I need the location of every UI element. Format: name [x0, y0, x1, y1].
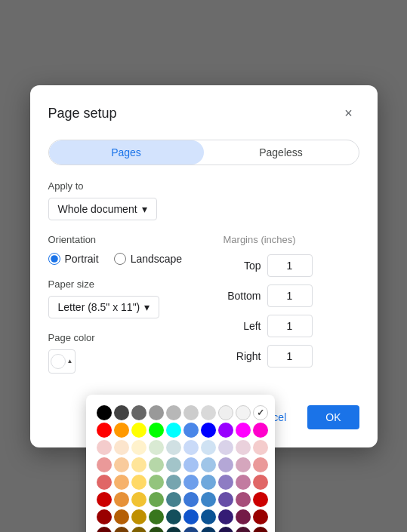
- color-dot[interactable]: [253, 457, 268, 472]
- color-dot[interactable]: [201, 509, 216, 524]
- color-dot[interactable]: [149, 423, 164, 438]
- color-dot[interactable]: [114, 527, 129, 533]
- color-dot[interactable]: [114, 440, 129, 455]
- color-dot[interactable]: [218, 440, 233, 455]
- apply-to-arrow: ▾: [142, 203, 147, 215]
- close-button[interactable]: ×: [338, 103, 359, 125]
- margin-top-input[interactable]: [267, 254, 313, 277]
- color-dot[interactable]: [149, 527, 164, 533]
- color-dot[interactable]: [131, 440, 146, 455]
- color-dot[interactable]: [183, 405, 199, 420]
- margins-title: Margins (inches): [224, 234, 359, 245]
- color-dot[interactable]: [201, 492, 216, 507]
- color-dot[interactable]: [183, 440, 199, 455]
- color-dot[interactable]: [97, 405, 112, 420]
- color-dot[interactable]: [114, 405, 129, 420]
- color-dot[interactable]: [131, 457, 146, 472]
- color-dot[interactable]: [97, 423, 112, 438]
- color-dot[interactable]: [166, 475, 181, 490]
- left-column: Orientation Portrait Landscape Paper siz…: [48, 234, 224, 375]
- color-dot[interactable]: [114, 492, 129, 507]
- color-dot[interactable]: [253, 423, 268, 438]
- color-dot[interactable]: [131, 475, 146, 490]
- paper-size-select[interactable]: Letter (8.5" x 11") ▾: [48, 296, 160, 318]
- color-dot[interactable]: [201, 527, 216, 533]
- landscape-radio[interactable]: [114, 253, 126, 265]
- color-dot[interactable]: [183, 527, 199, 533]
- color-dot[interactable]: [97, 440, 112, 455]
- apply-to-select[interactable]: Whole document ▾: [48, 198, 157, 220]
- color-dot[interactable]: [114, 423, 129, 438]
- color-dot[interactable]: [166, 527, 181, 533]
- orientation-portrait[interactable]: Portrait: [48, 253, 99, 265]
- color-dot[interactable]: [131, 509, 146, 524]
- color-dot[interactable]: [149, 475, 164, 490]
- color-dot[interactable]: [236, 492, 251, 507]
- color-dot[interactable]: [218, 509, 233, 524]
- margin-left-label: Left: [224, 320, 261, 332]
- color-dot[interactable]: [114, 475, 129, 490]
- color-dot[interactable]: [201, 475, 216, 490]
- color-dot[interactable]: [218, 475, 233, 490]
- color-dot[interactable]: [97, 492, 112, 507]
- ok-button[interactable]: OK: [307, 405, 359, 429]
- color-dot[interactable]: [149, 440, 164, 455]
- color-dot[interactable]: [114, 457, 129, 472]
- color-dot[interactable]: [131, 527, 146, 533]
- color-dot[interactable]: [183, 509, 199, 524]
- color-dot[interactable]: [253, 509, 268, 524]
- color-dot[interactable]: [131, 405, 146, 420]
- color-dot[interactable]: [236, 475, 251, 490]
- color-dot[interactable]: [183, 475, 199, 490]
- color-dot[interactable]: [218, 405, 233, 420]
- color-dot[interactable]: [218, 527, 233, 533]
- color-dot[interactable]: [149, 509, 164, 524]
- color-dot[interactable]: [166, 423, 181, 438]
- color-dot[interactable]: [236, 509, 251, 524]
- color-dot[interactable]: [149, 492, 164, 507]
- color-dot[interactable]: [253, 475, 268, 490]
- color-dot[interactable]: [236, 423, 251, 438]
- color-dot[interactable]: [183, 457, 199, 472]
- color-dot[interactable]: [166, 509, 181, 524]
- color-dot[interactable]: [236, 527, 251, 533]
- color-dot[interactable]: [253, 440, 268, 455]
- color-dot[interactable]: [218, 457, 233, 472]
- color-dot[interactable]: [253, 527, 268, 533]
- color-dot[interactable]: [114, 509, 129, 524]
- color-dot[interactable]: [236, 457, 251, 472]
- margin-right-input[interactable]: [267, 345, 313, 367]
- color-dot[interactable]: [201, 423, 216, 438]
- color-dot[interactable]: [201, 440, 216, 455]
- portrait-radio[interactable]: [48, 253, 60, 265]
- color-dot[interactable]: [236, 440, 251, 455]
- color-dot[interactable]: [218, 492, 233, 507]
- color-dot[interactable]: [97, 509, 112, 524]
- color-dot[interactable]: [97, 457, 112, 472]
- page-color-swatch-button[interactable]: ▲: [48, 349, 76, 374]
- color-dot[interactable]: [218, 423, 233, 438]
- color-dot[interactable]: [97, 527, 112, 533]
- tab-pages[interactable]: Pages: [49, 140, 204, 165]
- color-dot[interactable]: [201, 405, 216, 420]
- color-dot[interactable]: [97, 475, 112, 490]
- color-dot[interactable]: [201, 457, 216, 472]
- margin-left-input[interactable]: [267, 315, 313, 337]
- color-dot[interactable]: [131, 423, 146, 438]
- color-dot[interactable]: [183, 423, 199, 438]
- color-dot[interactable]: [253, 405, 268, 420]
- color-dot[interactable]: [149, 457, 164, 472]
- color-dot[interactable]: [131, 492, 146, 507]
- color-dot[interactable]: [166, 405, 181, 420]
- color-dot[interactable]: [166, 457, 181, 472]
- tab-pageless[interactable]: Pageless: [204, 140, 359, 165]
- margin-bottom-input[interactable]: [267, 284, 313, 307]
- color-dot[interactable]: [183, 492, 199, 507]
- color-dot[interactable]: [253, 492, 268, 507]
- color-dot[interactable]: [166, 492, 181, 507]
- color-dot[interactable]: [236, 405, 251, 420]
- color-dot[interactable]: [166, 440, 181, 455]
- margin-left-row: Left: [224, 315, 359, 337]
- color-dot[interactable]: [149, 405, 164, 420]
- orientation-landscape[interactable]: Landscape: [114, 253, 183, 265]
